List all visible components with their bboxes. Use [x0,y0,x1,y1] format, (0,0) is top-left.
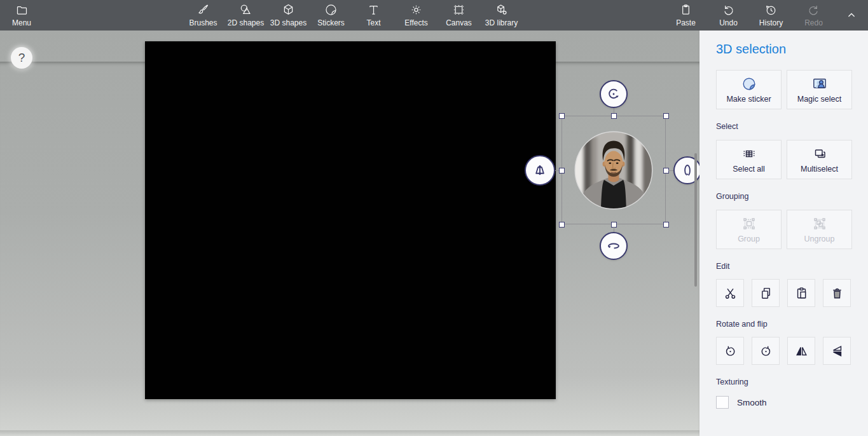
sun-icon [410,3,423,17]
stickers-button[interactable]: Stickers [310,0,352,31]
top-toolbar-actions: Paste Undo History Redo [665,0,868,31]
canvas-label: Canvas [446,18,472,27]
group-button[interactable]: Group [716,210,782,249]
edit-section-buttons [716,279,868,307]
edit-section-label: Edit [716,262,868,271]
cube-icon [282,3,295,17]
history-clock-icon [764,3,778,17]
rotate-z-icon [605,86,622,102]
rotate-section-buttons [716,337,868,365]
panel-magic-select-label: Magic select [797,95,841,104]
paint-3d-window: Menu Brushes 2D shapes 3D shapes Sticker… [0,0,868,436]
paste-panel-button[interactable] [787,279,815,307]
portrait-photo [574,131,653,210]
copy-button[interactable] [752,279,780,307]
help-button[interactable]: ? [11,47,32,69]
redo-icon [807,3,820,17]
3d-shapes-button[interactable]: 3D shapes [267,0,310,31]
rotate-left-icon [723,344,738,358]
selected-object-photo[interactable] [574,131,653,210]
undo-icon [722,3,735,17]
3d-library-button[interactable]: 3D library [480,0,523,31]
redo-label: Redo [804,18,823,27]
copy-icon [759,286,773,301]
flip-vertical-icon [830,344,844,358]
multiselect-button[interactable]: Multiselect [787,140,852,179]
paste-label: Paste [676,18,696,27]
undo-button[interactable]: Undo [707,0,750,31]
panel-scrollbar[interactable] [694,153,697,287]
group-icon [741,216,757,231]
rotate-right-button[interactable] [752,337,780,365]
menu-label: Menu [12,18,31,27]
select-all-icon [741,146,757,161]
depth-arrow-icon [532,162,548,179]
selection-handle-bottom-right[interactable] [663,222,669,228]
3d-shapes-label: 3D shapes [270,18,307,27]
menu-button[interactable]: Menu [0,0,43,31]
ungroup-icon [812,216,827,231]
2d-shapes-label: 2D shapes [228,18,264,27]
history-button[interactable]: History [750,0,792,31]
cut-button[interactable] [716,279,744,307]
rotate-x-handle[interactable] [600,232,628,260]
sticker-icon [324,3,338,17]
workspace: ? [0,31,699,436]
stickers-label: Stickers [317,18,345,27]
top-toolbar-tools: Brushes 2D shapes 3D shapes Stickers Tex… [182,0,523,31]
collapse-ribbon-button[interactable] [835,0,868,31]
effects-label: Effects [404,18,427,27]
2d-shapes-icon [239,3,252,17]
drawing-canvas[interactable] [145,41,556,399]
make-sticker-button[interactable]: Make sticker [716,70,782,109]
3d-selection-panel: 3D selection Make sticker Magic select S… [699,31,868,436]
primary-actions: Make sticker Magic select [716,70,868,109]
text-icon [367,3,380,17]
selection-handle-middle-left[interactable] [559,168,565,174]
brush-icon [196,3,210,17]
panel-title: 3D selection [716,42,868,57]
folder-icon [15,3,29,17]
paste-icon [794,286,809,301]
brushes-button[interactable]: Brushes [182,0,224,31]
select-all-button[interactable]: Select all [716,140,782,179]
rotate-z-handle[interactable] [600,80,628,108]
rotate-left-button[interactable] [716,337,744,365]
grouping-section-label: Grouping [716,192,868,201]
flip-vertical-button[interactable] [823,337,851,365]
effects-button[interactable]: Effects [395,0,437,31]
text-button[interactable]: Text [352,0,395,31]
top-toolbar: Menu Brushes 2D shapes 3D shapes Sticker… [0,0,868,31]
text-label: Text [366,18,380,27]
selection-handle-top-center[interactable] [611,113,617,119]
smooth-checkbox[interactable] [716,396,729,409]
select-section-label: Select [716,122,868,131]
group-label: Group [738,235,760,243]
undo-label: Undo [719,18,738,27]
flip-horizontal-button[interactable] [787,337,815,365]
delete-button[interactable] [823,279,851,307]
rotate-x-icon [605,238,622,254]
depth-push-handle[interactable] [525,155,555,186]
selection-handle-top-right[interactable] [663,113,669,119]
selection-handle-bottom-left[interactable] [559,222,565,228]
redo-button[interactable]: Redo [792,0,835,31]
make-sticker-icon [741,76,757,92]
texturing-controls: Smooth [716,396,868,409]
canvas-button[interactable]: Canvas [437,0,480,31]
selection-handle-top-left[interactable] [559,113,565,119]
workspace-floor [0,430,699,436]
clipboard-icon [679,3,692,17]
rotate-right-icon [759,344,773,358]
canvas-frame-icon [452,3,465,17]
multiselect-label: Multiselect [801,165,838,174]
panel-magic-select-button[interactable]: Magic select [787,70,852,109]
multiselect-icon [812,146,827,161]
make-sticker-label: Make sticker [726,95,771,104]
grouping-section-buttons: Group Ungroup [716,210,868,249]
paste-button[interactable]: Paste [665,0,707,31]
2d-shapes-button[interactable]: 2D shapes [224,0,267,31]
texturing-section-label: Texturing [716,378,868,386]
ungroup-button[interactable]: Ungroup [787,210,852,249]
rotate-y-icon [679,162,696,179]
